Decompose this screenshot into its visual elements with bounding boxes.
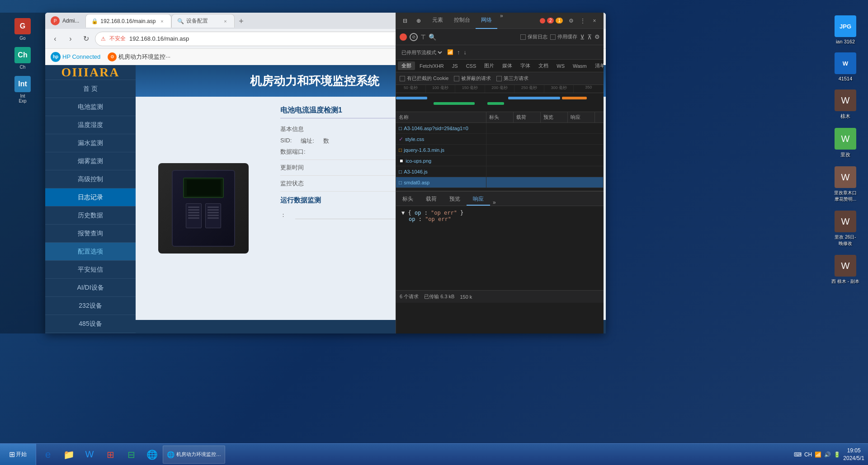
network-row-css[interactable]: ✓ style.css xyxy=(396,134,604,145)
hp-icon: hp xyxy=(51,52,61,62)
menu-config[interactable]: 配置选项 xyxy=(45,243,136,261)
menu-alarm[interactable]: 报警查询 xyxy=(45,225,136,243)
record-button[interactable] xyxy=(400,33,407,41)
disable-cache-cb: 停用缓存 xyxy=(550,33,577,40)
filter-font[interactable]: 字体 xyxy=(517,61,534,70)
filter-ws[interactable]: WS xyxy=(553,62,568,70)
left-icon-int[interactable]: Int IntExp xyxy=(7,74,38,105)
cookie-checkbox[interactable] xyxy=(400,76,405,81)
filter-button[interactable]: ⊤ xyxy=(420,33,426,41)
new-tab-button[interactable]: + xyxy=(235,15,247,28)
menu-home[interactable]: 首 页 xyxy=(45,80,136,98)
wifi-icon[interactable]: 📶 xyxy=(447,49,453,55)
row-bar-smdat xyxy=(486,177,604,188)
settings-network-btn[interactable]: ⚙ xyxy=(594,33,600,40)
windows-icon: ⊞ xyxy=(9,450,15,459)
desktop-icon-lizi[interactable]: W 里孜 xyxy=(827,126,863,160)
filter-xhr[interactable]: Fetch/XHR xyxy=(416,62,448,70)
third-party-checkbox[interactable] xyxy=(496,76,502,81)
taskbar-chrome[interactable]: 🌐 xyxy=(142,445,162,465)
filter-doc[interactable]: 文档 xyxy=(535,61,552,70)
search-button[interactable]: 🔍 xyxy=(429,33,436,41)
desktop-icon-lizi3[interactable]: W 里孜 26日-晚修改 xyxy=(827,209,863,249)
filter-js[interactable]: JS xyxy=(448,62,462,70)
left-icon-ch[interactable]: Ch Ch xyxy=(7,45,38,71)
cookie-label: 有已拦截的 Cookie xyxy=(407,75,448,82)
network-row-jquery[interactable]: □ jquery-1.6.3.min.js xyxy=(396,145,604,155)
menu-sms[interactable]: 平安短信 xyxy=(45,261,136,279)
tab-main[interactable]: 🔒 192.168.0.16/main.asp × xyxy=(85,14,171,28)
menu-temp[interactable]: 温度湿度 xyxy=(45,116,136,134)
taskbar-unknown1[interactable]: ⊞ xyxy=(100,445,120,465)
filter-manifest[interactable]: 清单 xyxy=(591,61,604,70)
resp-more-btn[interactable]: » xyxy=(490,199,499,206)
back-button[interactable]: ‹ xyxy=(49,33,61,45)
disable-cache-checkbox[interactable] xyxy=(550,34,556,40)
network-row-a3js[interactable]: □ A3-1046.js xyxy=(396,166,604,177)
resp-tab-payload[interactable]: 载荷 xyxy=(420,193,443,206)
desktop-icon-jpg[interactable]: JPG ian 3162 xyxy=(827,14,863,46)
start-button[interactable]: ⊞ 开始 xyxy=(0,444,36,465)
taskbar-explorer[interactable]: 📁 xyxy=(59,445,79,465)
filter-img[interactable]: 图片 xyxy=(481,61,498,70)
row-bar-a3js xyxy=(486,166,604,177)
download-button[interactable]: ⊼ xyxy=(587,33,592,41)
devtools-tabs: 元素 控制台 网络 » xyxy=(427,13,537,29)
menu-advanced[interactable]: 高级控制 xyxy=(45,170,136,188)
desktop-icon-lizi2[interactable]: W 里孜章木口摩花赞明... xyxy=(827,164,863,204)
tray-ime: CH xyxy=(804,451,812,458)
devtools-close-btn[interactable]: × xyxy=(589,15,600,26)
network-row-a3[interactable]: □ A3-1046.asp?sid=29&tag1=0 xyxy=(396,123,604,134)
menu-battery[interactable]: 电池监测 xyxy=(45,98,136,116)
devtools-dock-btn[interactable]: ⊟ xyxy=(400,15,410,26)
devtools-more-options-btn[interactable]: ⋮ xyxy=(577,15,588,26)
filter-all[interactable]: 全部 xyxy=(398,61,415,70)
resp-tab-headers[interactable]: 标头 xyxy=(396,193,420,206)
filter-wasm[interactable]: Wasm xyxy=(569,62,590,70)
row-bar-css xyxy=(486,134,604,144)
preserve-log-checkbox[interactable] xyxy=(520,34,526,40)
start-label: 开始 xyxy=(16,451,27,458)
clear-button[interactable]: ⊘ xyxy=(410,33,418,41)
network-row-smdat[interactable]: □ smdat0.asp xyxy=(396,177,604,188)
menu-smoke[interactable]: 烟雾监测 xyxy=(45,152,136,170)
left-icon-go[interactable]: G Go xyxy=(7,16,38,42)
resp-tab-response[interactable]: 响应 xyxy=(467,193,490,206)
tab-config[interactable]: 🔍 设备配置 × xyxy=(171,14,235,28)
mark-50: 50 毫秒 xyxy=(396,85,426,93)
menu-log[interactable]: 日志记录 xyxy=(45,188,136,207)
menu-485[interactable]: 485设备 xyxy=(45,315,136,333)
tab-close-config[interactable]: × xyxy=(222,18,229,25)
menu-network[interactable]: 网络设备 xyxy=(45,333,136,333)
reload-button[interactable]: ↻ xyxy=(80,33,92,45)
blocked-checkbox[interactable] xyxy=(454,76,459,81)
menu-water[interactable]: 漏水监测 xyxy=(45,134,136,152)
desktop-icon-41514[interactable]: W 41514 xyxy=(827,51,863,83)
desktop-icon-chenmu[interactable]: W 榇木 xyxy=(827,88,863,122)
devtools-settings-btn[interactable]: ⚙ xyxy=(566,15,576,26)
download-icon[interactable]: ↓ xyxy=(464,49,467,56)
unknown2-icon: ⊟ xyxy=(127,449,135,460)
throttle-select[interactable]: 已停用节流模式 xyxy=(400,49,443,56)
menu-history[interactable]: 历史数据 xyxy=(45,207,136,225)
resp-tab-preview[interactable]: 预览 xyxy=(443,193,467,206)
taskbar-ie[interactable]: e xyxy=(38,445,58,465)
devtools-tab-elements[interactable]: 元素 xyxy=(427,13,448,29)
filter-media[interactable]: 媒体 xyxy=(499,61,516,70)
taskbar-unknown2[interactable]: ⊟ xyxy=(121,445,141,465)
upload-button[interactable]: ⊻ xyxy=(580,33,585,41)
filter-css[interactable]: CSS xyxy=(462,62,480,70)
taskbar-app-browser[interactable]: 🌐 机房动力环境监控… xyxy=(163,446,225,464)
upload-icon[interactable]: ↑ xyxy=(457,49,460,56)
devtools-tab-network[interactable]: 网络 xyxy=(476,13,497,29)
tab-close-main[interactable]: × xyxy=(158,18,165,25)
devtools-inspect-btn[interactable]: ⊕ xyxy=(413,15,424,26)
devtools-more-tabs[interactable]: » xyxy=(497,13,506,29)
desktop-icon-xi[interactable]: W 西 榇木 - 副本 xyxy=(827,253,863,287)
taskbar-word[interactable]: W xyxy=(80,445,99,465)
forward-button[interactable]: › xyxy=(64,33,77,45)
network-row-png[interactable]: ■ ico-ups.png xyxy=(396,155,604,166)
menu-aidi[interactable]: AI/DI设备 xyxy=(45,279,136,297)
devtools-tab-console[interactable]: 控制台 xyxy=(448,13,476,29)
menu-232[interactable]: 232设备 xyxy=(45,297,136,315)
